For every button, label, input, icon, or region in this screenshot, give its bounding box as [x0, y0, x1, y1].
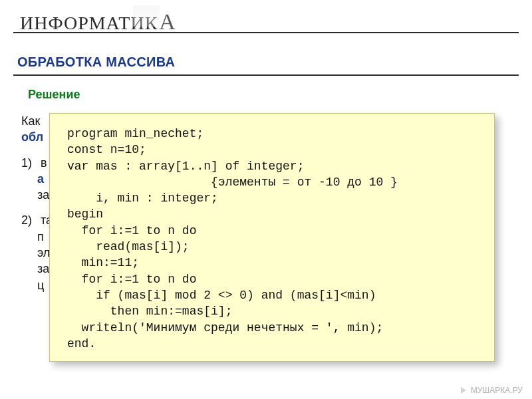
item2-frag-b: п: [37, 230, 44, 243]
item2-frag-d: за: [37, 262, 49, 275]
code-listing: program min_nechet; const n=10; var mas …: [67, 126, 477, 352]
item1-frag-a: в: [41, 156, 47, 170]
section-heading: Решение: [28, 88, 80, 102]
intro-line2: обл: [21, 130, 43, 144]
code-box: program min_nechet; const n=10; var mas …: [49, 113, 495, 362]
header-decoration: [133, 5, 160, 27]
item1-frag-c: за: [37, 188, 49, 201]
brand-header: ИНФОРМАТИК А: [20, 9, 176, 35]
item1-frag-b: а: [37, 172, 44, 186]
intro-line1: Как: [21, 114, 40, 128]
title-rule: [13, 74, 519, 76]
watermark-text: МУШАРКА.РУ: [471, 386, 523, 395]
item2-number: 2): [21, 212, 37, 228]
item2-frag-c: эл: [37, 246, 50, 259]
brand-last-letter: А: [159, 9, 176, 35]
item2-frag-e: ц: [37, 279, 44, 292]
play-icon: [461, 387, 466, 394]
header-rule: [13, 32, 519, 33]
page-title: ОБРАБОТКА МАССИВА: [17, 55, 175, 70]
watermark: МУШАРКА.РУ: [461, 386, 523, 395]
item1-number: 1): [21, 155, 37, 171]
